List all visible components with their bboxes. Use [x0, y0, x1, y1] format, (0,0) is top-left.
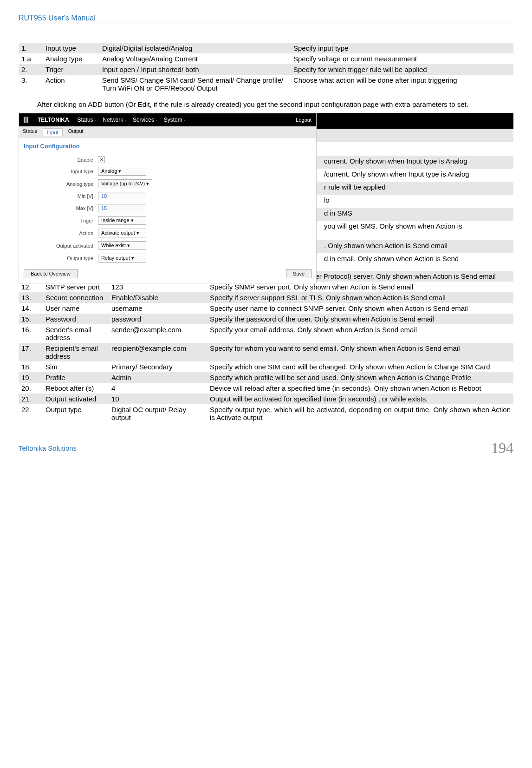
table-row: 14. User name username Specify user name…: [19, 303, 513, 314]
row-sample: Enable/Disable: [109, 292, 207, 303]
row-sample: username: [109, 303, 207, 314]
sub-tab[interactable]: Output: [68, 128, 84, 136]
logout-link[interactable]: Logout: [296, 117, 311, 123]
row-expl: Specify which profile will be set and us…: [207, 372, 513, 383]
form-row: Input typeAnalog ▾: [19, 165, 316, 177]
intro-paragraph: After clicking on ADD button (Or Edit, i…: [19, 100, 513, 108]
form-label: Enable: [24, 157, 98, 163]
row-num: 16.: [19, 324, 43, 343]
row-field: Profile: [43, 372, 109, 383]
nav-item[interactable]: Network ·: [103, 117, 126, 123]
row-expl: Specify the password of the user. Only s…: [207, 314, 513, 324]
row-expl-partial: d in SMS: [321, 208, 513, 221]
row-sample: Admin: [109, 372, 207, 383]
row-expl-partial: d in email. Only shown when Action is Se…: [321, 253, 513, 273]
row-sample: Input open / Input shorted/ both: [99, 64, 291, 75]
row-field: Password: [43, 314, 109, 324]
row-sample: recipient@example.com: [109, 343, 207, 361]
row-expl: Output will be activated for specified t…: [207, 394, 513, 404]
screenshot-over-table-area: current. Only shown when Input type is A…: [19, 113, 513, 271]
select-field[interactable]: Inside range ▾: [98, 216, 146, 225]
table-row: 3. Action Send SMS/ Change SIM card/ Sen…: [19, 75, 513, 93]
row-sample: Digital/Digital isolated/Analog: [99, 43, 291, 53]
row-expl: Specify output type, which will be activ…: [207, 404, 513, 423]
select-field[interactable]: Voltage (up to 24V) ▾: [98, 179, 152, 188]
row-expl: Specify input type: [291, 43, 513, 53]
row-field: Secure connection: [43, 292, 109, 303]
table-row: 16. Sender's email address sender@exampl…: [19, 324, 513, 343]
row-expl: Specify user name to connect SNMP server…: [207, 303, 513, 314]
row-expl-partial: current. Only shown when Input type is A…: [321, 156, 513, 169]
row-field: Output activated: [43, 394, 109, 404]
nav-item[interactable]: System ·: [164, 117, 186, 123]
nav-item[interactable]: Status ·: [78, 117, 97, 123]
row-expl: Specify if server support SSL or TLS. On…: [207, 292, 513, 303]
row-sample: Send SMS/ Change SIM card/ Send email/ C…: [99, 75, 291, 93]
screenshot-footer: Back to Overview Save: [19, 264, 316, 283]
select-field[interactable]: Relay output ▾: [98, 254, 146, 263]
table-row: 15. Password password Specify the passwo…: [19, 314, 513, 324]
row-expl: Specify for whom you want to send email.…: [207, 343, 513, 361]
sub-tabs: StatusInputOutput: [19, 126, 316, 138]
row-expl: Specify your email address. Only shown w…: [207, 324, 513, 343]
row-field: Triger: [43, 64, 99, 75]
row-expl-partial: r rule will be applied: [321, 182, 513, 195]
form-row: Output activatedWhile exist ▾: [19, 239, 316, 252]
form-label: Analog type: [24, 181, 98, 187]
row-field: User name: [43, 303, 109, 314]
row-field: Input type: [43, 43, 99, 53]
row-num: 14.: [19, 303, 43, 314]
page-footer: Teltonika Solutions 194: [19, 437, 513, 457]
row-field: Recipient's email address: [43, 343, 109, 361]
row-field: Output type: [43, 404, 109, 423]
form-row: Output typeRelay output ▾: [19, 252, 316, 264]
table-row: 22. Output type Digital OC output/ Relay…: [19, 404, 513, 423]
row-num: 2.: [19, 64, 43, 75]
row-sample: 10: [109, 394, 207, 404]
row-field: Reboot after (s): [43, 383, 109, 394]
table-row: 20. Reboot after (s) 4 Device will reloa…: [19, 383, 513, 394]
sub-tab[interactable]: Input: [43, 128, 62, 136]
table-row: 18. Sim Primary/ Secondary Specify which…: [19, 361, 513, 372]
row-expl-partial: /current. Only shown when Input type is …: [321, 169, 513, 182]
select-field[interactable]: Analog ▾: [98, 167, 146, 176]
table-row: 21. Output activated 10 Output will be a…: [19, 394, 513, 404]
row-num: 19.: [19, 372, 43, 383]
row-sample: Digital OC output/ Relay output: [109, 404, 207, 423]
row-expl-partial: lo: [321, 195, 513, 208]
checkbox[interactable]: ✕: [98, 156, 105, 163]
brand-logo: TELTONIKA: [24, 117, 69, 123]
form-row: TrigerInside range ▾: [19, 214, 316, 227]
nav-item[interactable]: Services ·: [133, 117, 157, 123]
footer-left: Teltonika Solutions: [19, 444, 77, 452]
row-expl-partial: . Only shown when Action is Send email: [321, 240, 513, 253]
back-button[interactable]: Back to Overview: [24, 269, 78, 278]
row-field: Sim: [43, 361, 109, 372]
row-sample: sender@example.com: [109, 324, 207, 343]
row-sample: Analog Voltage/Analog Current: [99, 53, 291, 64]
row-sample: Primary/ Secondary: [109, 361, 207, 372]
text-field[interactable]: 15: [98, 204, 146, 212]
table-row: 13. Secure connection Enable/Disable Spe…: [19, 292, 513, 303]
top-bar: TELTONIKA Status ·Network ·Services ·Sys…: [19, 113, 316, 126]
page-number: 194: [491, 440, 513, 457]
row-expl: Specify which one SIM card will be chang…: [207, 361, 513, 372]
table-row: 1. Input type Digital/Digital isolated/A…: [19, 43, 513, 53]
row-expl: Choose what action will be done after in…: [291, 75, 513, 93]
form-row: Analog typeVoltage (up to 24V) ▾: [19, 177, 316, 190]
table-2: 11. SMTP server mail.example.com Specify…: [19, 271, 513, 423]
save-button[interactable]: Save: [286, 269, 311, 278]
form-row: Enable✕: [19, 154, 316, 165]
row-field: Analog type: [43, 53, 99, 64]
form-label: Output activated: [24, 243, 98, 249]
row-expl: Device will reload after a specified tim…: [207, 383, 513, 394]
select-field[interactable]: While exist ▾: [98, 241, 146, 250]
form-label: Output type: [24, 256, 98, 261]
select-field[interactable]: Activate output ▾: [98, 229, 146, 237]
form-area: Enable✕Input typeAnalog ▾Analog typeVolt…: [19, 154, 316, 264]
row-num: 15.: [19, 314, 43, 324]
text-field[interactable]: 10: [98, 192, 146, 200]
row-expl: Specify voltage or current measurement: [291, 53, 513, 64]
sub-tab[interactable]: Status: [23, 128, 37, 136]
row-num: 17.: [19, 343, 43, 361]
